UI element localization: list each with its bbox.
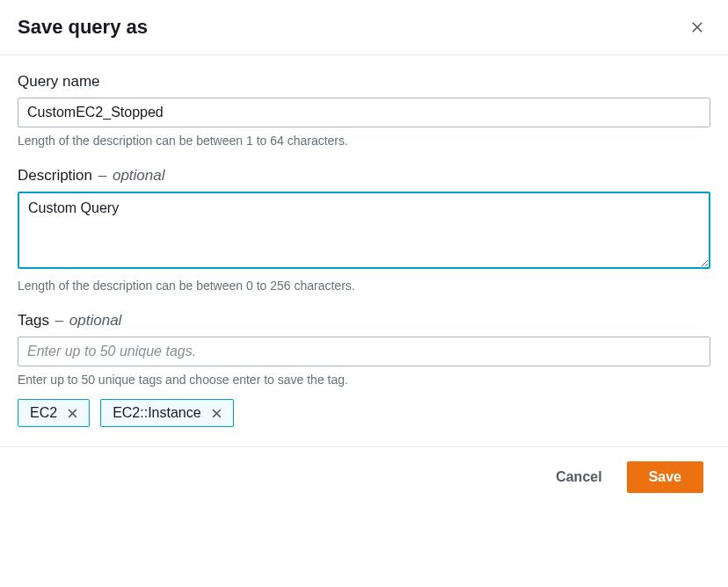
dialog-footer: Cancel Save xyxy=(0,446,728,509)
close-icon xyxy=(210,407,223,420)
tags-label-text: Tags xyxy=(18,312,49,329)
query-name-group: Query name Length of the description can… xyxy=(18,73,710,148)
query-name-hint: Length of the description can be between… xyxy=(18,134,710,148)
tags-input[interactable] xyxy=(18,337,710,366)
close-button[interactable] xyxy=(688,18,707,37)
tag-chip: EC2::Instance xyxy=(100,399,234,427)
description-label: Description – optional xyxy=(18,167,710,185)
tags-row: EC2 EC2::Instance xyxy=(18,399,710,427)
tag-chip-label: EC2::Instance xyxy=(113,405,201,421)
tag-chip-label: EC2 xyxy=(30,405,57,421)
description-hint: Length of the description can be between… xyxy=(18,279,710,293)
description-optional-text: optional xyxy=(113,167,165,184)
dialog-body: Query name Length of the description can… xyxy=(0,55,728,446)
cancel-button[interactable]: Cancel xyxy=(550,462,607,492)
description-group: Description – optional Length of the des… xyxy=(18,167,710,293)
tags-label: Tags – optional xyxy=(18,312,710,330)
tag-remove-button[interactable] xyxy=(66,407,79,420)
tags-group: Tags – optional Enter up to 50 unique ta… xyxy=(18,312,710,427)
tag-remove-button[interactable] xyxy=(210,407,223,420)
tag-chip: EC2 xyxy=(18,399,90,427)
tags-hint: Enter up to 50 unique tags and choose en… xyxy=(18,373,710,387)
description-input[interactable] xyxy=(18,192,710,269)
close-icon xyxy=(66,407,79,420)
query-name-input[interactable] xyxy=(18,98,710,127)
query-name-label: Query name xyxy=(18,73,710,91)
close-icon xyxy=(689,19,705,35)
dialog-header: Save query as xyxy=(0,0,728,55)
description-label-text: Description xyxy=(18,167,92,184)
tags-optional-text: optional xyxy=(69,312,122,329)
save-button[interactable]: Save xyxy=(627,461,703,493)
dialog-title: Save query as xyxy=(18,16,148,39)
